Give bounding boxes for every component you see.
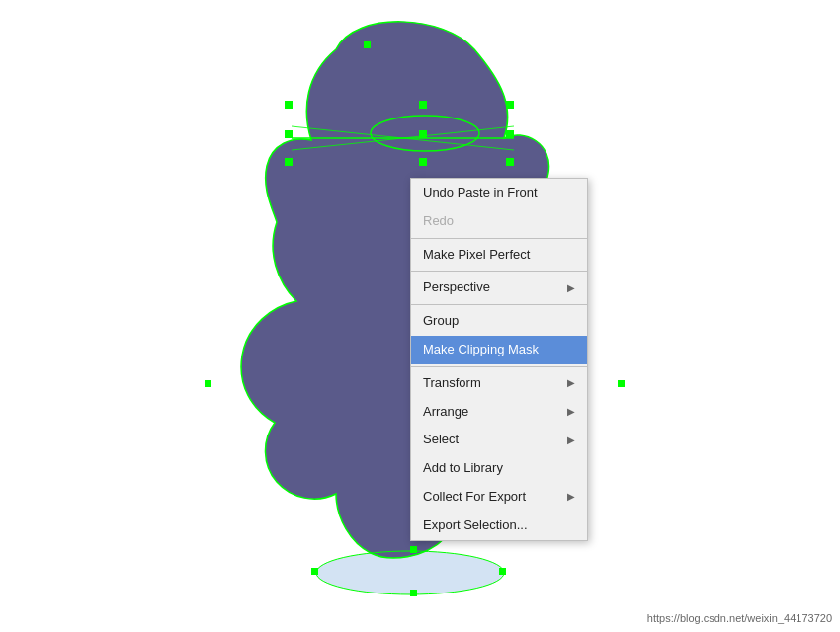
menu-separator-separator2	[411, 271, 587, 272]
canvas-area: Undo Paste in FrontRedoMake Pixel Perfec…	[0, 0, 840, 632]
menu-arrow-perspective: ▶	[567, 280, 575, 296]
menu-item-label-export-selection: Export Selection...	[423, 515, 528, 536]
handle-bl	[285, 158, 293, 166]
menu-item-add-to-library[interactable]: Add to Library	[411, 454, 587, 483]
menu-items-container: Undo Paste in FrontRedoMake Pixel Perfec…	[411, 179, 587, 540]
blob-handle-right	[618, 380, 625, 387]
menu-item-label-undo-paste-front: Undo Paste in Front	[423, 183, 538, 203]
menu-item-collect-for-export[interactable]: Collect For Export▶	[411, 483, 587, 512]
menu-separator-separator3	[411, 304, 587, 305]
menu-item-label-perspective: Perspective	[423, 277, 490, 298]
menu-item-select[interactable]: Select▶	[411, 426, 587, 454]
blob-handle-top	[364, 41, 371, 48]
handle-bc	[419, 158, 427, 166]
menu-item-label-group: Group	[423, 311, 459, 332]
menu-item-transform[interactable]: Transform▶	[411, 369, 587, 398]
blob-handle-left	[205, 380, 211, 387]
handle-tl	[285, 101, 293, 109]
menu-separator-separator1	[411, 238, 587, 239]
menu-arrow-collect-for-export: ▶	[567, 489, 575, 505]
menu-item-export-selection[interactable]: Export Selection...	[411, 512, 587, 540]
menu-item-label-make-pixel-perfect: Make Pixel Perfect	[423, 245, 530, 266]
menu-item-label-add-to-library: Add to Library	[423, 458, 503, 479]
watermark: https://blog.csdn.net/weixin_44173720	[647, 612, 832, 624]
blob-handle-bottom	[410, 546, 417, 553]
handle-mc	[419, 130, 427, 138]
context-menu: Undo Paste in FrontRedoMake Pixel Perfec…	[410, 178, 588, 541]
menu-item-label-redo: Redo	[423, 211, 454, 232]
menu-arrow-transform: ▶	[567, 375, 575, 391]
menu-item-label-transform: Transform	[423, 373, 481, 394]
menu-arrow-select: ▶	[567, 433, 575, 448]
handle-tc	[419, 101, 427, 109]
menu-item-label-arrange: Arrange	[423, 402, 468, 423]
handle-ml	[285, 130, 293, 138]
handle-br	[506, 158, 514, 166]
menu-item-label-collect-for-export: Collect For Export	[423, 487, 526, 508]
menu-item-label-make-clipping-mask: Make Clipping Mask	[423, 340, 539, 360]
menu-item-arrange[interactable]: Arrange▶	[411, 398, 587, 427]
menu-arrow-arrange: ▶	[567, 404, 575, 420]
menu-item-label-select: Select	[423, 430, 459, 450]
menu-item-undo-paste-front[interactable]: Undo Paste in Front	[411, 179, 587, 207]
shadow-handle-bottom	[410, 590, 417, 596]
menu-item-group[interactable]: Group	[411, 307, 587, 336]
menu-item-redo: Redo	[411, 207, 587, 236]
menu-item-make-pixel-perfect[interactable]: Make Pixel Perfect	[411, 241, 587, 270]
menu-item-make-clipping-mask[interactable]: Make Clipping Mask	[411, 336, 587, 364]
menu-item-perspective[interactable]: Perspective▶	[411, 274, 587, 302]
menu-separator-separator4	[411, 366, 587, 367]
